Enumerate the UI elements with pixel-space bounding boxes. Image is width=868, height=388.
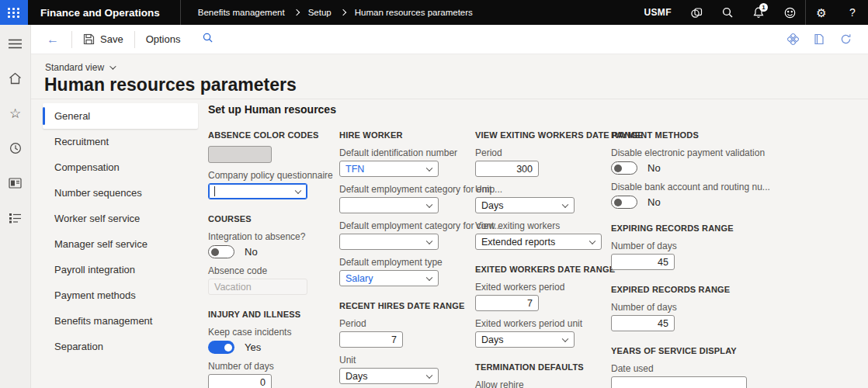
group-header-expiring-records-range: EXPIRING RECORDS RANGE — [611, 223, 755, 234]
default-identification-number-dropdown[interactable]: TFN — [339, 161, 439, 177]
toggle-value: No — [245, 246, 258, 258]
default-employment-category-emp-dropdown[interactable] — [339, 197, 439, 213]
view-selector-label: Standard view — [45, 62, 104, 73]
tab-separation[interactable]: Separation — [43, 334, 198, 359]
back-button[interactable]: ← — [31, 33, 71, 47]
integration-to-absence-toggle[interactable] — [208, 245, 234, 258]
favorites-star-icon[interactable]: ☆ — [6, 104, 25, 123]
breadcrumb-item[interactable]: Human resources parameters — [355, 8, 473, 17]
tab-recruitment[interactable]: Recruitment — [43, 129, 198, 154]
form-column-4: PAYMENT METHODS Disable electronic payme… — [611, 130, 755, 388]
chevron-down-icon — [295, 187, 301, 193]
integration-to-absence-label: Integration to absence? — [208, 231, 331, 242]
keep-case-incidents-label: Keep case incidents — [208, 327, 331, 338]
chevron-down-icon — [426, 165, 432, 171]
help-icon[interactable]: ? — [837, 0, 868, 25]
section-title: Set up Human resources — [208, 103, 336, 116]
group-header-payment-methods: PAYMENT METHODS — [611, 130, 755, 140]
company-policy-questionnaire-combobox[interactable] — [208, 183, 307, 199]
topbar-divider — [180, 0, 181, 25]
disable-bank-account-routing-toggle[interactable] — [611, 196, 637, 209]
group-header-expired-records-range: EXPIRED RECORDS RANGE — [611, 285, 755, 295]
exited-workers-period-unit-dropdown[interactable]: Days — [475, 331, 575, 348]
view-exiting-unit-dropdown[interactable]: Days — [475, 197, 575, 213]
open-in-office-icon[interactable] — [781, 27, 804, 52]
chevron-down-icon — [426, 237, 432, 244]
chevron-down-icon — [562, 335, 568, 341]
form-column-2: HIRE WORKER Default identification numbe… — [339, 130, 457, 384]
absence-color-swatch-button[interactable] — [208, 146, 272, 163]
hamburger-menu-icon[interactable] — [6, 34, 25, 53]
tab-benefits-management[interactable]: Benefits management — [43, 308, 198, 334]
settings-gear-icon[interactable]: ⚙ — [806, 0, 837, 25]
default-employment-category-cont-dropdown[interactable] — [339, 234, 439, 250]
toolbar-search-icon[interactable] — [191, 32, 224, 47]
tab-compensation[interactable]: Compensation — [43, 154, 198, 180]
group-header-absence-color-codes: ABSENCE COLOR CODES — [208, 130, 331, 140]
modules-list-icon[interactable] — [6, 209, 25, 227]
notifications-bell-icon[interactable]: 1 — [743, 0, 774, 25]
recent-hires-unit-dropdown[interactable]: Days — [339, 368, 439, 384]
default-employment-type-label: Default employment type — [339, 257, 457, 268]
expired-number-of-days-input[interactable]: 45 — [611, 315, 675, 331]
group-header-hire-worker: HIRE WORKER — [339, 130, 457, 140]
feedback-smiley-icon[interactable] — [774, 0, 805, 25]
absence-code-label: Absence code — [208, 265, 331, 276]
recent-hires-unit-label: Unit — [339, 355, 457, 365]
exited-workers-period-input[interactable]: 7 — [475, 295, 539, 311]
default-identification-number-label: Default identification number — [339, 147, 457, 158]
expired-number-of-days-label: Number of days — [611, 302, 755, 313]
toggle-value: No — [648, 162, 661, 174]
company-policy-questionnaire-label: Company policy questionnaire — [208, 170, 331, 181]
recent-hires-period-input[interactable]: 7 — [339, 331, 403, 348]
page-tools — [781, 27, 868, 52]
tab-payroll-integration[interactable]: Payroll integration — [43, 257, 198, 282]
keep-case-incidents-toggle[interactable] — [208, 341, 234, 354]
company-picker[interactable]: USMF — [644, 7, 672, 18]
chevron-down-icon — [589, 237, 595, 244]
exited-workers-period-unit-label: Exited workers period unit — [475, 318, 604, 329]
toggle-knob — [211, 248, 219, 256]
options-button[interactable]: Options — [135, 25, 192, 54]
save-button[interactable]: Save — [72, 25, 134, 54]
injury-number-of-days-input[interactable]: 0 — [208, 374, 272, 388]
tab-manager-self-service[interactable]: Manager self service — [43, 231, 198, 257]
view-selector[interactable]: Standard view — [45, 62, 114, 73]
recent-clock-icon[interactable] — [6, 139, 25, 158]
toggle-knob — [614, 199, 622, 206]
workspaces-icon[interactable] — [6, 174, 25, 192]
toggle-value: Yes — [245, 341, 261, 353]
app-title[interactable]: Finance and Operations — [40, 7, 160, 19]
save-disk-icon — [83, 33, 95, 45]
refresh-icon[interactable] — [834, 27, 857, 52]
tab-number-sequences[interactable]: Number sequences — [43, 180, 198, 206]
default-employment-category-emp-label: Default employment category for emp... — [339, 184, 457, 195]
form-column-1: ABSENCE COLOR CODES Company policy quest… — [208, 130, 331, 388]
expiring-number-of-days-input[interactable]: 45 — [611, 254, 675, 270]
tab-payment-methods[interactable]: Payment methods — [43, 282, 198, 308]
view-exiting-period-input[interactable]: 300 — [475, 161, 539, 177]
app-launcher-button[interactable] — [0, 0, 28, 25]
group-header-recent-hires-date-range: RECENT HIRES DATE RANGE — [339, 301, 457, 311]
home-icon[interactable] — [6, 69, 25, 88]
search-icon[interactable] — [712, 0, 743, 25]
tab-worker-self-service[interactable]: Worker self service — [43, 206, 198, 231]
group-header-view-exiting-workers-date-range: VIEW EXITING WORKERS DATE RANGE — [475, 130, 604, 140]
breadcrumb-item[interactable]: Setup — [308, 8, 332, 17]
recent-hires-period-label: Period — [339, 318, 457, 329]
date-used-label: Date used — [611, 363, 755, 374]
exited-workers-period-label: Exited workers period — [475, 282, 604, 293]
group-header-years-of-service-display: YEARS OF SERVICE DISPLAY — [611, 346, 755, 356]
date-used-input[interactable] — [611, 376, 747, 388]
attachments-icon[interactable] — [807, 27, 831, 52]
breadcrumb-item[interactable]: Benefits management — [198, 8, 285, 17]
text-caret — [214, 186, 215, 196]
environment-icon[interactable] — [681, 0, 712, 25]
allow-rehire-label: Allow rehire — [475, 379, 604, 388]
default-employment-type-dropdown[interactable]: Salary — [339, 270, 439, 286]
notification-count-badge: 1 — [759, 3, 768, 12]
topbar-actions: USMF 1 ⚙ ? — [644, 0, 868, 25]
view-exiting-workers-dropdown[interactable]: Extended reports — [475, 234, 602, 250]
disable-electronic-payment-validation-toggle[interactable] — [611, 161, 637, 175]
tab-general[interactable]: General — [43, 103, 198, 129]
